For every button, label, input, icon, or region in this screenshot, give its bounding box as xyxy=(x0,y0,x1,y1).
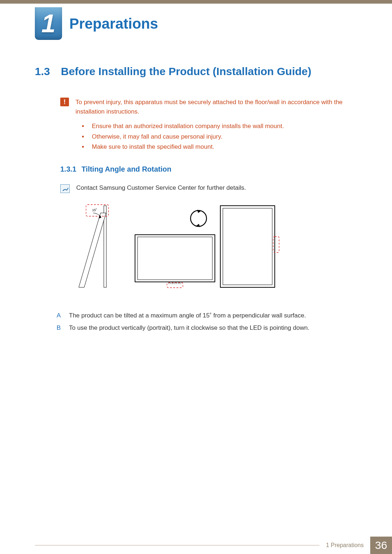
chapter-number-box: 1 xyxy=(35,7,62,40)
subsection-title: Tilting Angle and Rotation xyxy=(81,165,171,173)
instruction-item-b: B To use the product vertically (portrai… xyxy=(57,323,357,333)
chapter-number: 1 xyxy=(41,9,56,38)
instruction-item-a: A The product can be tilted at a maximum… xyxy=(57,311,357,321)
subsection-heading: 1.3.1 Tilting Angle and Rotation xyxy=(60,165,357,173)
item-text: The product can be tilted at a maximum a… xyxy=(69,311,306,321)
bullet-icon xyxy=(82,146,84,148)
warning-list-item: Ensure that an authorized installation c… xyxy=(82,121,357,132)
item-letter: B xyxy=(57,323,64,333)
section-number: 1.3 xyxy=(35,65,50,78)
bullet-icon xyxy=(82,136,84,138)
top-accent-bar xyxy=(0,0,392,4)
subsection: 1.3.1 Tilting Angle and Rotation Contact… xyxy=(60,165,357,333)
warning-list-item: Make sure to install the specified wall … xyxy=(82,142,357,152)
footer-rule xyxy=(35,545,319,554)
bullet-icon xyxy=(82,125,84,127)
chapter-title: Preparations xyxy=(69,16,158,32)
angle-label: 15˚ xyxy=(92,208,97,212)
section-title: Before Installing the Product (Installat… xyxy=(61,65,311,78)
svg-marker-1 xyxy=(79,213,106,287)
warning-icon: ! xyxy=(60,98,69,106)
warning-item-text: Otherwise, it may fall and cause persona… xyxy=(92,132,222,142)
warning-list-item: Otherwise, it may fall and cause persona… xyxy=(82,132,357,142)
chapter-header: 1 Preparations xyxy=(35,7,158,40)
warning-list: Ensure that an authorized installation c… xyxy=(82,121,357,153)
warning-block: ! To prevent injury, this apparatus must… xyxy=(60,98,357,117)
section-heading: 1.3 Before Installing the Product (Insta… xyxy=(35,65,357,78)
svg-point-7 xyxy=(191,210,207,226)
page-content: 1.3 Before Installing the Product (Insta… xyxy=(35,65,357,335)
item-text: To use the product vertically (portrait)… xyxy=(69,323,309,333)
page-number: 36 xyxy=(370,537,392,554)
warning-item-text: Ensure that an authorized installation c… xyxy=(92,121,284,132)
note-block: Contact Samsung Customer Service Center … xyxy=(60,184,357,193)
warning-intro: To prevent injury, this apparatus must b… xyxy=(75,98,357,117)
page-footer: 1 Preparations 36 xyxy=(0,537,392,554)
svg-rect-5 xyxy=(138,237,212,280)
note-text: Contact Samsung Customer Service Center … xyxy=(76,184,246,193)
footer-section-ref: 1 Preparations xyxy=(319,537,370,554)
svg-rect-11 xyxy=(223,208,272,285)
warning-item-text: Make sure to install the specified wall … xyxy=(92,142,214,152)
instruction-list: A The product can be tilted at a maximum… xyxy=(57,311,357,333)
subsection-number: 1.3.1 xyxy=(60,165,76,173)
item-letter: A xyxy=(57,311,64,321)
tilt-rotation-diagram: 15˚ SAMSUNG xyxy=(66,200,357,296)
note-icon xyxy=(60,184,70,193)
